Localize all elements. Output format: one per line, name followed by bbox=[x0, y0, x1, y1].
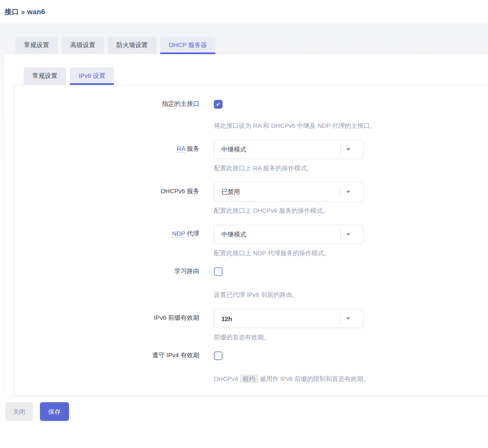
ipv6-settings-form: 指定的主接口 ✔ 将此接口设为 RA 和 DHCPv6 中继及 NDP 代理的主… bbox=[14, 85, 488, 396]
field-description: 将此接口设为 RA 和 DHCPv6 中继及 NDP 代理的主接口。 bbox=[214, 122, 488, 130]
designated-master-checkbox[interactable]: ✔ bbox=[214, 100, 223, 109]
field-description: 配置此接口上 RA 服务的操作模式。 bbox=[214, 164, 488, 172]
close-button[interactable]: 关闭 bbox=[5, 402, 33, 421]
chevron-down-icon bbox=[346, 317, 350, 320]
learn-routes-checkbox[interactable] bbox=[214, 267, 223, 276]
ipv6-prefix-lifetime-select[interactable]: 12h bbox=[214, 309, 364, 328]
form-row-designated-master: 指定的主接口 ✔ 将此接口设为 RA 和 DHCPv6 中继及 NDP 代理的主… bbox=[14, 100, 488, 130]
follow-ipv4-lifetime-checkbox[interactable] bbox=[214, 351, 223, 360]
abbr-ra: RA bbox=[253, 164, 261, 172]
tab-dhcp-server[interactable]: DHCP 服务器 bbox=[160, 37, 216, 54]
dialog-footer: 关闭 保存 bbox=[5, 402, 488, 421]
abbr-ra: RA bbox=[177, 145, 185, 153]
page-header: 接口»wan6 bbox=[0, 0, 488, 24]
check-icon: ✔ bbox=[216, 102, 220, 107]
selected-value: 中继模式 bbox=[221, 146, 246, 154]
field-description: 设置已代理 IPv6 邻居的路由。 bbox=[214, 291, 488, 299]
form-row-ra-service: RA 服务 中继模式 配置此接口上 RA 服务的操作模式。 bbox=[14, 140, 488, 172]
abbr-ndp: NDP bbox=[172, 230, 185, 238]
field-label: RA 服务 bbox=[14, 140, 199, 153]
field-label: DHCPv6 服务 bbox=[14, 182, 199, 195]
field-description: 配置此接口上 NDP 代理服务的操作模式。 bbox=[214, 249, 488, 257]
breadcrumb-item: wan6 bbox=[27, 8, 45, 16]
form-row-follow-ipv4-lifetime: 遵守 IPv4 有效期 DHCPv4 租约 被用作 IPv6 前缀的限制和首选有… bbox=[14, 351, 488, 383]
field-control: 中继模式 配置此接口上 NDP 代理服务的操作模式。 bbox=[214, 225, 488, 257]
breadcrumb: 接口»wan6 bbox=[5, 7, 47, 17]
chevron-down-icon bbox=[346, 191, 350, 193]
subtab-ipv6-settings[interactable]: IPv6 设置 bbox=[70, 67, 114, 85]
tab-firewall-settings[interactable]: 防火墙设置 bbox=[108, 37, 156, 54]
field-description: DHCPv4 租约 被用作 IPv6 前缀的限制和首选有效期。 bbox=[214, 375, 488, 383]
form-row-dhcpv6-service: DHCPv6 服务 已禁用 配置此接口上 DHCPv6 服务的操作模式。 bbox=[14, 182, 488, 215]
field-control: 12h 前缀的首选有效期。 bbox=[214, 309, 488, 341]
breadcrumb-section: 接口 bbox=[5, 8, 19, 16]
field-control: DHCPv4 租约 被用作 IPv6 前缀的限制和首选有效期。 bbox=[214, 351, 488, 383]
field-control: 已禁用 配置此接口上 DHCPv6 服务的操作模式。 bbox=[214, 182, 488, 215]
main-tab-bar: 常规设置 高级设置 防火墙设置 DHCP 服务器 bbox=[15, 37, 488, 54]
field-description: 配置此接口上 DHCPv6 服务的操作模式。 bbox=[214, 207, 488, 215]
selected-value: 中继模式 bbox=[221, 231, 246, 239]
chevron-down-icon bbox=[346, 148, 350, 151]
subtab-general-setup[interactable]: 常规设置 bbox=[24, 67, 66, 85]
lease-code-badge: 租约 bbox=[240, 374, 258, 383]
tab-advanced-settings[interactable]: 高级设置 bbox=[62, 37, 104, 54]
field-label: NDP 代理 bbox=[14, 225, 199, 238]
page-content: 常规设置 高级设置 防火墙设置 DHCP 服务器 常规设置 IPv6 设置 指定… bbox=[0, 24, 488, 448]
field-label: IPv6 前缀有效期 bbox=[14, 309, 199, 322]
field-label: 指定的主接口 bbox=[14, 100, 199, 108]
field-control: ✔ 将此接口设为 RA 和 DHCPv6 中继及 NDP 代理的主接口。 bbox=[214, 100, 488, 130]
ra-service-select[interactable]: 中继模式 bbox=[214, 140, 364, 159]
ndp-proxy-select[interactable]: 中继模式 bbox=[214, 225, 364, 244]
selected-value: 12h bbox=[221, 315, 232, 322]
field-control: 中继模式 配置此接口上 RA 服务的操作模式。 bbox=[214, 140, 488, 172]
form-row-learn-routes: 学习路由 设置已代理 IPv6 邻居的路由。 bbox=[14, 267, 488, 299]
chevron-down-icon bbox=[346, 233, 350, 236]
dhcp-server-panel: 常规设置 IPv6 设置 指定的主接口 ✔ 将此接口设为 RA 和 DHCPv6… bbox=[4, 54, 488, 396]
field-label: 遵守 IPv4 有效期 bbox=[14, 351, 199, 359]
field-description: 前缀的首选有效期。 bbox=[214, 334, 488, 341]
field-control: 设置已代理 IPv6 邻居的路由。 bbox=[214, 267, 488, 299]
form-row-ndp-proxy: NDP 代理 中继模式 配置此接口上 NDP 代理服务的操作模式。 bbox=[14, 225, 488, 257]
field-label: 学习路由 bbox=[14, 267, 199, 275]
selected-value: 已禁用 bbox=[221, 188, 240, 196]
form-row-ipv6-prefix-lifetime: IPv6 前缀有效期 12h 前缀的首选有效期。 bbox=[14, 309, 488, 341]
breadcrumb-separator: » bbox=[21, 8, 25, 16]
dhcpv6-service-select[interactable]: 已禁用 bbox=[214, 182, 364, 202]
sub-tab-bar: 常规设置 IPv6 设置 bbox=[24, 67, 488, 85]
save-button[interactable]: 保存 bbox=[40, 402, 69, 421]
tab-general-settings[interactable]: 常规设置 bbox=[15, 37, 58, 54]
